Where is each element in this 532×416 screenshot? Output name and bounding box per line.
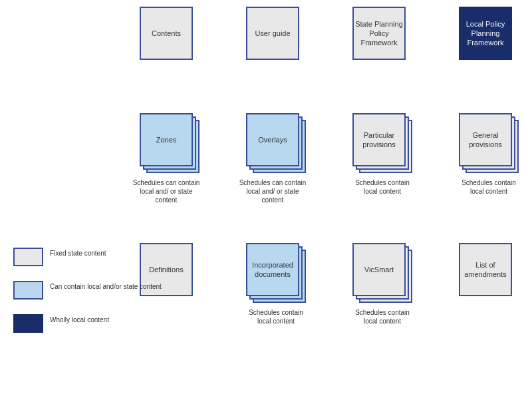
legend-label-local: Wholly local content — [50, 313, 109, 325]
user-guide-label: User guide — [255, 29, 290, 38]
incorporated-sublabel: Schedules contain local content — [243, 308, 309, 325]
incorporated-wrapper: Incorporated documents Schedules contain… — [246, 243, 299, 296]
legend-label-fixed: Fixed state content — [50, 246, 106, 258]
user-guide-card[interactable]: User guide — [246, 7, 299, 60]
vicsmart-card[interactable]: VicSmart — [352, 243, 406, 296]
zones-wrapper: Zones Schedules can contain local and/ o… — [140, 113, 193, 166]
vicsmart-wrapper: VicSmart Schedules contain local content — [352, 243, 406, 296]
particular-wrapper: Particular provisions Schedules contain … — [352, 113, 406, 166]
legend-item-fixed: Fixed state content — [13, 246, 162, 266]
contents-label: Contents — [152, 29, 181, 38]
legend-label-local-state: Can contain local and/or state content — [50, 280, 162, 292]
overlays-sublabel: Schedules can contain local and/ or stat… — [236, 178, 309, 204]
general-sublabel: Schedules contain local content — [456, 178, 522, 196]
legend: Fixed state content Can contain local an… — [13, 246, 162, 346]
particular-sublabel: Schedules contain local content — [349, 178, 416, 196]
legend-box-fixed — [13, 248, 43, 266]
general-label: General provisions — [460, 130, 511, 150]
sppf-label: State Planning Policy Framework — [354, 19, 404, 48]
list-amendments-card[interactable]: List of amendments — [459, 243, 512, 296]
general-card[interactable]: General provisions — [459, 113, 512, 166]
legend-box-local — [13, 314, 43, 333]
legend-box-local-state — [13, 281, 43, 300]
legend-item-local-state: Can contain local and/or state content — [13, 280, 162, 300]
incorporated-label: Incorporated documents — [247, 260, 298, 280]
zones-label: Zones — [156, 135, 177, 144]
general-wrapper: General provisions Schedules contain loc… — [459, 113, 512, 166]
zones-card[interactable]: Zones — [140, 113, 193, 166]
sppf-card[interactable]: State Planning Policy Framework — [352, 7, 406, 60]
overlays-label: Overlays — [258, 135, 287, 144]
list-amendments-label: List of amendments — [460, 260, 511, 280]
incorporated-card[interactable]: Incorporated documents — [246, 243, 299, 296]
legend-item-local: Wholly local content — [13, 313, 162, 333]
lppf-label: Local Policy Planning Framework — [460, 19, 511, 48]
particular-label: Particular provisions — [354, 130, 404, 150]
vicsmart-sublabel: Schedules contain local content — [349, 308, 416, 325]
lppf-card[interactable]: Local Policy Planning Framework — [459, 7, 512, 60]
vicsmart-label: VicSmart — [364, 265, 394, 274]
zones-sublabel: Schedules can contain local and/ or stat… — [130, 178, 203, 204]
overlays-wrapper: Overlays Schedules can contain local and… — [246, 113, 299, 166]
diagram-area: Contents User guide State Planning Polic… — [0, 0, 532, 416]
overlays-card[interactable]: Overlays — [246, 113, 299, 166]
particular-card[interactable]: Particular provisions — [352, 113, 406, 166]
contents-card[interactable]: Contents — [140, 7, 193, 60]
